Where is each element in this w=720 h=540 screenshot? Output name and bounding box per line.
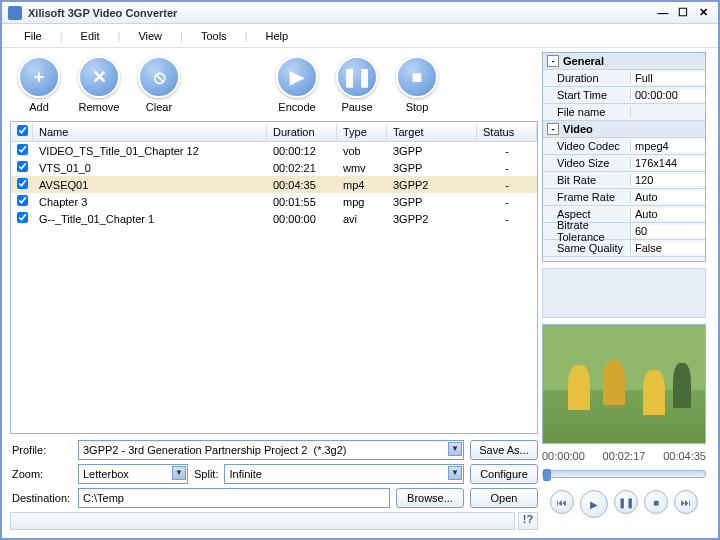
cell-target: 3GPP <box>387 195 477 209</box>
prop-row[interactable]: Start Time00:00:00 <box>543 87 705 104</box>
table-row[interactable]: Chapter 300:01:55mpg3GPP- <box>11 193 537 210</box>
cell-type: wmv <box>337 161 387 175</box>
prop-value[interactable]: 60 <box>631 225 705 237</box>
stop-button[interactable]: ■Stop <box>396 56 438 113</box>
prop-value[interactable]: 176x144 <box>631 157 705 169</box>
prop-key: Video Size <box>543 157 631 169</box>
select-all-checkbox[interactable] <box>17 125 28 136</box>
destination-label: Destination: <box>10 492 72 504</box>
menu-edit[interactable]: Edit <box>71 27 110 45</box>
row-checkbox[interactable] <box>17 178 28 189</box>
table-row[interactable]: G--_Title_01_Chapter 100:00:00avi3GPP2- <box>11 210 537 227</box>
browse-button[interactable]: Browse... <box>396 488 464 508</box>
prop-row[interactable]: File name <box>543 104 705 121</box>
cell-target: 3GPP <box>387 161 477 175</box>
help-button[interactable]: !? <box>518 512 538 530</box>
col-status[interactable]: Status <box>477 124 537 140</box>
row-checkbox[interactable] <box>17 161 28 172</box>
play-button[interactable]: ▶ <box>580 490 608 518</box>
cell-status: - <box>477 178 537 192</box>
row-checkbox[interactable] <box>17 144 28 155</box>
clear-icon: ⦸ <box>138 56 180 98</box>
chevron-down-icon[interactable]: ▼ <box>448 442 462 456</box>
menu-tools[interactable]: Tools <box>191 27 237 45</box>
table-row[interactable]: VTS_01_000:02:21wmv3GPP- <box>11 159 537 176</box>
open-button[interactable]: Open <box>470 488 538 508</box>
pause-icon: ❚❚ <box>336 56 378 98</box>
prop-row[interactable]: Bit Rate120 <box>543 172 705 189</box>
col-target[interactable]: Target <box>387 124 477 140</box>
prop-row[interactable]: Bitrate Tolerance60 <box>543 223 705 240</box>
encode-button[interactable]: ▶Encode <box>276 56 318 113</box>
col-name[interactable]: Name <box>33 124 267 140</box>
transport-stop-button[interactable]: ■ <box>644 490 668 514</box>
chevron-down-icon[interactable]: ▼ <box>172 466 186 480</box>
prop-row[interactable]: Video Size176x144 <box>543 155 705 172</box>
configure-button[interactable]: Configure <box>470 464 538 484</box>
prop-row[interactable]: DurationFull <box>543 70 705 87</box>
add-button[interactable]: +Add <box>18 56 60 113</box>
cell-target: 3GPP2 <box>387 178 477 192</box>
profile-label: Profile: <box>10 444 72 456</box>
prop-category[interactable]: -General <box>543 53 705 70</box>
cell-type: mpg <box>337 195 387 209</box>
menu-view[interactable]: View <box>128 27 172 45</box>
chevron-down-icon[interactable]: ▼ <box>448 466 462 480</box>
split-select[interactable] <box>224 464 464 484</box>
encode-icon: ▶ <box>276 56 318 98</box>
prop-key: Same Quality <box>543 242 631 254</box>
cell-duration: 00:00:00 <box>267 212 337 226</box>
maximize-button[interactable]: ☐ <box>674 6 692 20</box>
menu-help[interactable]: Help <box>255 27 298 45</box>
clear-button[interactable]: ⦸Clear <box>138 56 180 113</box>
cell-name: Chapter 3 <box>33 195 267 209</box>
cell-type: vob <box>337 144 387 158</box>
row-checkbox[interactable] <box>17 195 28 206</box>
prop-value[interactable]: 120 <box>631 174 705 186</box>
slider-thumb[interactable] <box>543 469 551 481</box>
cell-name: VTS_01_0 <box>33 161 267 175</box>
close-button[interactable]: ✕ <box>694 6 712 20</box>
minimize-button[interactable]: — <box>654 6 672 20</box>
collapse-icon[interactable]: - <box>547 123 559 135</box>
cell-target: 3GPP <box>387 144 477 158</box>
prop-value[interactable]: False <box>631 242 705 254</box>
prev-button[interactable]: ⏮ <box>550 490 574 514</box>
cell-status: - <box>477 144 537 158</box>
next-button[interactable]: ⏭ <box>674 490 698 514</box>
cell-status: - <box>477 212 537 226</box>
table-row[interactable]: AVSEQ0100:04:35mp43GPP2- <box>11 176 537 193</box>
row-checkbox[interactable] <box>17 212 28 223</box>
remove-button[interactable]: ✕Remove <box>78 56 120 113</box>
prop-row[interactable]: Same QualityFalse <box>543 240 705 257</box>
menubar: File| Edit| View| Tools| Help <box>2 24 718 48</box>
prop-value[interactable]: Auto <box>631 208 705 220</box>
collapse-icon[interactable]: - <box>547 55 559 67</box>
prop-row[interactable]: Video Codecmpeg4 <box>543 138 705 155</box>
save-as-button[interactable]: Save As... <box>470 440 538 460</box>
prop-value[interactable]: Full <box>631 72 705 84</box>
zoom-label: Zoom: <box>10 468 72 480</box>
prop-key: Bit Rate <box>543 174 631 186</box>
app-icon <box>8 6 22 20</box>
prop-value[interactable]: Auto <box>631 191 705 203</box>
prop-row[interactable]: Frame RateAuto <box>543 189 705 206</box>
table-row[interactable]: VIDEO_TS_Title_01_Chapter 1200:00:12vob3… <box>11 142 537 159</box>
prop-value[interactable]: 00:00:00 <box>631 89 705 101</box>
cell-duration: 00:04:35 <box>267 178 337 192</box>
profile-select[interactable] <box>78 440 464 460</box>
menu-file[interactable]: File <box>14 27 52 45</box>
x-icon: ✕ <box>78 56 120 98</box>
property-grid[interactable]: -GeneralDurationFullStart Time00:00:00Fi… <box>542 52 706 262</box>
transport-pause-button[interactable]: ❚❚ <box>614 490 638 514</box>
prop-category[interactable]: -Video <box>543 121 705 138</box>
col-duration[interactable]: Duration <box>267 124 337 140</box>
status-bar <box>10 512 515 530</box>
prop-key: Start Time <box>543 89 631 101</box>
pause-button[interactable]: ❚❚Pause <box>336 56 378 113</box>
destination-input[interactable] <box>78 488 390 508</box>
prop-value[interactable]: mpeg4 <box>631 140 705 152</box>
col-type[interactable]: Type <box>337 124 387 140</box>
seek-slider[interactable] <box>542 470 706 478</box>
video-preview[interactable] <box>542 324 706 444</box>
